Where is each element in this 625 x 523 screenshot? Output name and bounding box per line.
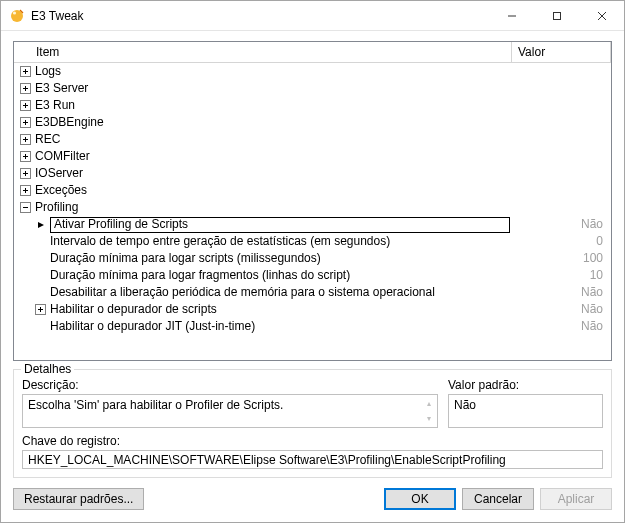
tree-row[interactable]: Exceções	[14, 182, 611, 199]
tree-label: Exceções	[35, 182, 87, 199]
tree-row[interactable]: Desabilitar a liberação periódica de mem…	[14, 284, 611, 301]
chave-label: Chave do registro:	[22, 434, 603, 448]
tree-header: Item Valor	[14, 42, 611, 63]
tree-label: Desabilitar a liberação periódica de mem…	[50, 284, 435, 301]
tree-label: REC	[35, 131, 60, 148]
valor-padrao-field: Não	[448, 394, 603, 428]
tree-label: Habilitar o depurador JIT (Just-in-time)	[50, 318, 255, 335]
tree-row[interactable]: E3 Run	[14, 97, 611, 114]
expand-icon[interactable]	[20, 134, 31, 145]
tree-label: Intervalo de tempo entre geração de esta…	[50, 233, 390, 250]
tree-label: E3 Server	[35, 80, 88, 97]
apply-button: Aplicar	[540, 488, 612, 510]
selected-arrow-icon	[35, 221, 46, 229]
column-header-valor[interactable]: Valor	[512, 42, 611, 62]
scroll-up-icon[interactable]: ▴	[421, 396, 436, 411]
tree-label: Logs	[35, 63, 61, 80]
svg-point-1	[13, 11, 16, 14]
tree-row[interactable]: Habilitar o depurador JIT (Just-in-time)…	[14, 318, 611, 335]
column-header-item[interactable]: Item	[14, 42, 512, 62]
tree-value: 0	[512, 233, 611, 250]
tree-label: Ativar Profiling de Scripts	[54, 217, 188, 233]
tree-row[interactable]: Habilitar o depurador de scripts Não	[14, 301, 611, 318]
cancel-button[interactable]: Cancelar	[462, 488, 534, 510]
tree-row[interactable]: COMFilter	[14, 148, 611, 165]
tree-row-profiling[interactable]: Profiling	[14, 199, 611, 216]
app-icon	[9, 8, 25, 24]
expand-icon[interactable]	[20, 151, 31, 162]
titlebar: E3 Tweak	[1, 1, 624, 31]
tree-row[interactable]: Intervalo de tempo entre geração de esta…	[14, 233, 611, 250]
details-legend: Detalhes	[21, 362, 74, 376]
expand-icon[interactable]	[20, 168, 31, 179]
expand-icon[interactable]	[20, 117, 31, 128]
tree-value: Não	[512, 284, 611, 301]
scrollbar[interactable]: ▴ ▾	[421, 396, 436, 426]
expand-icon[interactable]	[20, 185, 31, 196]
details-group: Detalhes Descrição: Escolha 'Sim' para h…	[13, 369, 612, 478]
tree-value: 10	[512, 267, 611, 284]
close-button[interactable]	[579, 1, 624, 30]
tree-panel: Item Valor Logs E3 Server	[13, 41, 612, 361]
tree-label: E3 Run	[35, 97, 75, 114]
chave-field: HKEY_LOCAL_MACHINE\SOFTWARE\Elipse Softw…	[22, 450, 603, 469]
tree-label: Habilitar o depurador de scripts	[50, 301, 217, 318]
maximize-button[interactable]	[534, 1, 579, 30]
tree-row[interactable]: Logs	[14, 63, 611, 80]
chave-text: HKEY_LOCAL_MACHINE\SOFTWARE\Elipse Softw…	[28, 453, 506, 467]
expand-icon[interactable]	[20, 83, 31, 94]
tree-row[interactable]: E3DBEngine	[14, 114, 611, 131]
tree-row[interactable]: E3 Server	[14, 80, 611, 97]
valor-padrao-text: Não	[454, 398, 476, 412]
tree-row[interactable]: IOServer	[14, 165, 611, 182]
restore-defaults-button[interactable]: Restaurar padrões...	[13, 488, 144, 510]
selected-item-box[interactable]: Ativar Profiling de Scripts	[50, 217, 510, 233]
tree-row[interactable]: Duração mínima para logar fragmentos (li…	[14, 267, 611, 284]
tree-label: Profiling	[35, 199, 78, 216]
descricao-label: Descrição:	[22, 378, 438, 392]
tree-row-selected[interactable]: Ativar Profiling de Scripts Não	[14, 216, 611, 233]
tree-value: 100	[512, 250, 611, 267]
minimize-button[interactable]	[489, 1, 534, 30]
tree-label: E3DBEngine	[35, 114, 104, 131]
collapse-icon[interactable]	[20, 202, 31, 213]
tree-row[interactable]: Duração mínima para logar scripts (milis…	[14, 250, 611, 267]
button-row: Restaurar padrões... OK Cancelar Aplicar	[1, 478, 624, 522]
tree-label: Duração mínima para logar fragmentos (li…	[50, 267, 350, 284]
tree-label: COMFilter	[35, 148, 90, 165]
tree-value: Não	[512, 318, 611, 335]
tree-value: Não	[512, 216, 611, 233]
tree-value: Não	[512, 301, 611, 318]
window-title: E3 Tweak	[31, 9, 489, 23]
expand-icon[interactable]	[20, 100, 31, 111]
tree-row[interactable]: REC	[14, 131, 611, 148]
window-controls	[489, 1, 624, 30]
descricao-field: Escolha 'Sim' para habilitar o Profiler …	[22, 394, 438, 428]
content-area: Item Valor Logs E3 Server	[1, 31, 624, 478]
expand-icon[interactable]	[20, 66, 31, 77]
scroll-down-icon[interactable]: ▾	[421, 411, 436, 426]
descricao-text: Escolha 'Sim' para habilitar o Profiler …	[28, 398, 283, 412]
app-window: E3 Tweak Item Valor	[0, 0, 625, 523]
valor-padrao-label: Valor padrão:	[448, 378, 603, 392]
tree-label: Duração mínima para logar scripts (milis…	[50, 250, 321, 267]
svg-rect-3	[553, 12, 560, 19]
tree-body[interactable]: Logs E3 Server E3 Run	[14, 63, 611, 360]
tree-label: IOServer	[35, 165, 83, 182]
expand-icon[interactable]	[35, 304, 46, 315]
ok-button[interactable]: OK	[384, 488, 456, 510]
